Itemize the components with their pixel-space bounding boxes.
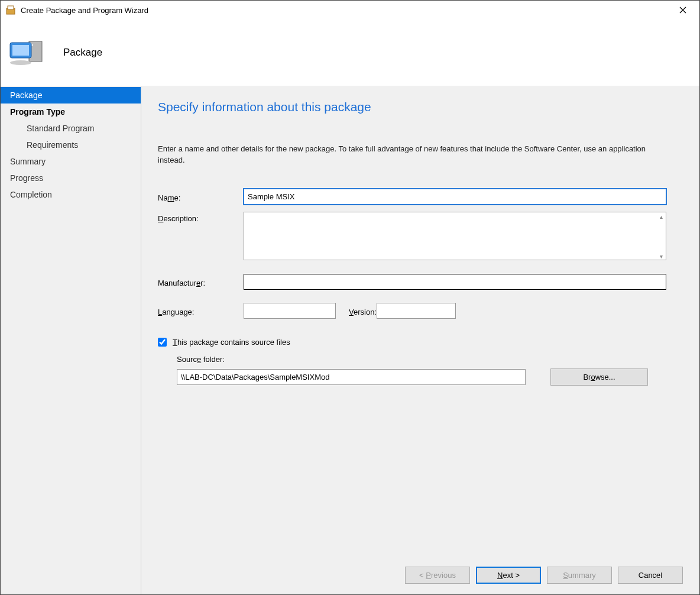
summary-button: Summary (547, 567, 612, 584)
description-label: Description: (158, 212, 244, 223)
next-button[interactable]: Next > (476, 567, 541, 584)
page-heading: Specify information about this package (158, 100, 683, 114)
window-title: Create Package and Program Wizard (21, 6, 148, 15)
sidebar: Package Program Type Standard Program Re… (1, 86, 141, 594)
scroll-up-icon[interactable]: ▴ (656, 212, 666, 222)
svg-rect-7 (12, 45, 29, 56)
wizard-window: Create Package and Program Wizard Packag… (0, 0, 700, 595)
manufacturer-input[interactable] (244, 274, 666, 290)
source-folder-label: Source folder: (177, 355, 683, 364)
close-button[interactable] (671, 2, 695, 18)
name-label: Name: (158, 191, 244, 202)
wizard-footer: < Previous Next > Summary Cancel (158, 552, 683, 594)
source-folder-input[interactable] (177, 369, 526, 385)
header-band: Package (1, 20, 699, 86)
manufacturer-label: Manufacturer: (158, 276, 244, 287)
description-input[interactable] (244, 212, 666, 260)
main-panel: Specify information about this package E… (141, 86, 699, 594)
cancel-button[interactable]: Cancel (618, 567, 683, 584)
sidebar-item-requirements[interactable]: Requirements (1, 137, 141, 153)
sidebar-item-package[interactable]: Package (1, 87, 141, 104)
header-title: Package (63, 47, 102, 59)
browse-button[interactable]: Browse... (550, 368, 648, 386)
source-files-checkbox[interactable] (158, 338, 167, 347)
sidebar-item-progress[interactable]: Progress (1, 170, 141, 186)
source-files-label: This package contains source files (173, 338, 290, 347)
language-label: Language: (158, 305, 244, 316)
app-icon (5, 5, 16, 15)
svg-rect-1 (8, 6, 14, 9)
previous-button: < Previous (405, 567, 470, 584)
sidebar-item-standard-program[interactable]: Standard Program (1, 120, 141, 137)
sidebar-item-program-type[interactable]: Program Type (1, 104, 141, 120)
scroll-down-icon[interactable]: ▾ (656, 252, 666, 261)
version-input[interactable] (377, 303, 456, 319)
sidebar-item-summary[interactable]: Summary (1, 153, 141, 170)
page-instructions: Enter a name and other details for the n… (158, 144, 666, 166)
sidebar-item-completion[interactable]: Completion (1, 186, 141, 203)
version-label: Version: (349, 305, 377, 316)
package-computer-icon (8, 37, 46, 69)
name-input[interactable] (244, 189, 666, 205)
language-input[interactable] (244, 303, 336, 319)
titlebar: Create Package and Program Wizard (1, 1, 699, 20)
svg-point-8 (10, 60, 31, 65)
